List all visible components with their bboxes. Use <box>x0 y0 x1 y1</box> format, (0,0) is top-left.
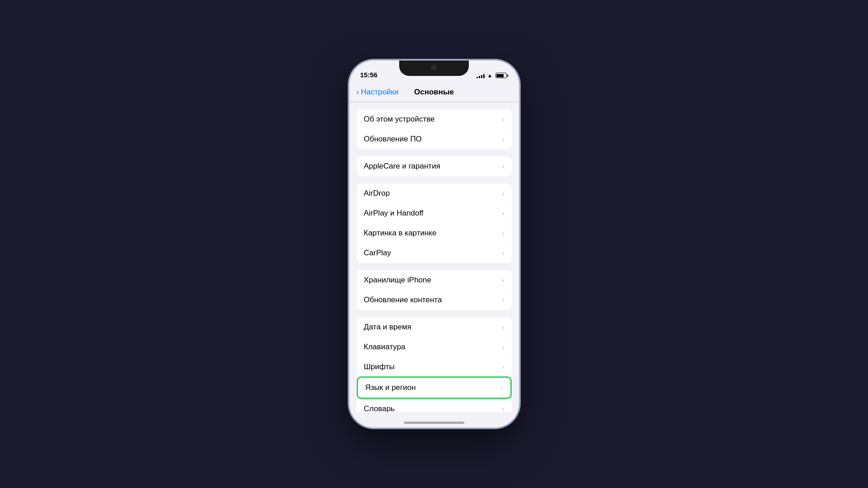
settings-item-fonts[interactable]: Шрифты › <box>357 357 512 377</box>
page-title: Основные <box>414 88 454 97</box>
section-1: Об этом устройстве › Обновление ПО › <box>349 109 519 149</box>
chevron-icon: › <box>502 230 505 237</box>
back-button[interactable]: ‹ Настройки <box>357 88 399 97</box>
airdrop-label: AirDrop <box>364 189 390 198</box>
keyboard-label: Клавиатура <box>364 343 406 352</box>
settings-item-about[interactable]: Об этом устройстве › <box>357 109 512 129</box>
phone-screen: 15:56 ▲ ‹ Нас <box>349 61 519 427</box>
list-group-3: AirDrop › AirPlay и Handoff › Картинка в… <box>357 183 512 263</box>
chevron-icon: › <box>502 296 505 304</box>
settings-item-iphone-storage[interactable]: Хранилище iPhone › <box>357 270 512 290</box>
back-label: Настройки <box>361 88 398 97</box>
carplay-label: CarPlay <box>364 249 391 258</box>
software-update-label: Обновление ПО <box>364 135 422 144</box>
dictionary-label: Словарь <box>364 404 395 412</box>
status-icons: ▲ <box>476 72 508 79</box>
chevron-icon: › <box>502 324 505 331</box>
signal-bar-4 <box>483 74 485 78</box>
chevron-icon: › <box>502 405 505 412</box>
applecare-label: AppleCare и гарантия <box>364 162 440 171</box>
list-group-5b: Словарь › <box>357 399 512 412</box>
section-3: AirDrop › AirPlay и Handoff › Картинка в… <box>349 183 519 263</box>
front-camera <box>431 65 437 70</box>
list-group-5: Дата и время › Клавиатура › Шрифты › <box>357 317 512 377</box>
content-update-label: Обновление контента <box>364 296 442 305</box>
chevron-icon: › <box>502 190 505 197</box>
back-chevron-icon: ‹ <box>357 88 359 97</box>
phone-device: 15:56 ▲ ‹ Нас <box>349 61 519 427</box>
list-group-1: Об этом устройстве › Обновление ПО › <box>357 109 512 149</box>
section-2: AppleCare и гарантия › <box>349 156 519 176</box>
settings-item-date-time[interactable]: Дата и время › <box>357 317 512 337</box>
settings-item-keyboard[interactable]: Клавиатура › <box>357 337 512 357</box>
airplay-handoff-label: AirPlay и Handoff <box>364 209 424 218</box>
settings-item-airdrop[interactable]: AirDrop › <box>357 183 512 203</box>
date-time-label: Дата и время <box>364 323 411 332</box>
chevron-icon: › <box>502 277 505 284</box>
signal-icon <box>476 73 485 78</box>
language-region-label: Язык и регион <box>365 383 416 392</box>
settings-item-software-update[interactable]: Обновление ПО › <box>357 129 512 149</box>
settings-item-content-update[interactable]: Обновление контента › <box>357 290 512 310</box>
signal-bar-1 <box>476 77 478 78</box>
chevron-icon: › <box>502 116 505 123</box>
chevron-icon: › <box>502 136 505 143</box>
settings-item-language-region[interactable]: Язык и регион › <box>357 376 512 399</box>
settings-content: Об этом устройстве › Обновление ПО › App… <box>349 102 519 412</box>
section-5: Дата и время › Клавиатура › Шрифты › <box>349 317 519 412</box>
settings-item-carplay[interactable]: CarPlay › <box>357 243 512 263</box>
iphone-storage-label: Хранилище iPhone <box>364 276 431 285</box>
home-indicator[interactable] <box>404 422 464 424</box>
picture-in-picture-label: Картинка в картинке <box>364 229 437 238</box>
chevron-icon: › <box>501 384 503 391</box>
settings-item-applecare[interactable]: AppleCare и гарантия › <box>357 156 512 176</box>
status-time: 15:56 <box>360 71 377 79</box>
settings-item-dictionary[interactable]: Словарь › <box>357 399 512 412</box>
battery-icon <box>495 73 508 78</box>
fonts-label: Шрифты <box>364 362 395 371</box>
chevron-icon: › <box>502 163 505 170</box>
settings-item-airplay-handoff[interactable]: AirPlay и Handoff › <box>357 203 512 223</box>
list-group-4: Хранилище iPhone › Обновление контента › <box>357 270 512 310</box>
chevron-icon: › <box>502 363 505 371</box>
chevron-icon: › <box>502 343 505 351</box>
navigation-bar: ‹ Настройки Основные <box>349 82 519 102</box>
notch <box>399 61 469 76</box>
chevron-icon: › <box>502 210 505 217</box>
section-4: Хранилище iPhone › Обновление контента › <box>349 270 519 310</box>
signal-bar-2 <box>479 76 480 78</box>
about-label: Об этом устройстве <box>364 115 435 124</box>
wifi-icon: ▲ <box>487 72 493 79</box>
signal-bar-3 <box>481 75 482 78</box>
settings-item-picture-in-picture[interactable]: Картинка в картинке › <box>357 223 512 243</box>
chevron-icon: › <box>502 249 505 257</box>
list-group-2: AppleCare и гарантия › <box>357 156 512 176</box>
